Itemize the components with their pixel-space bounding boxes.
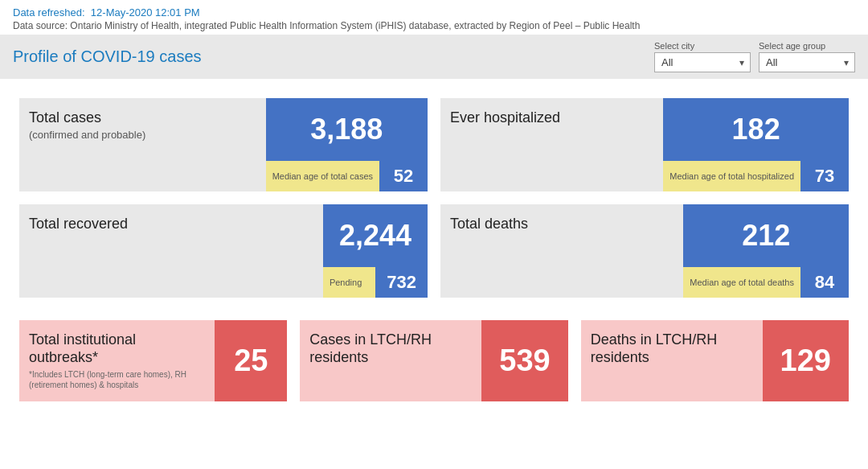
stat-label-area: Total cases (confirmed and probable): [19, 98, 266, 191]
stat-secondary-label: Median age of total cases: [266, 161, 379, 191]
stat-card-total-deaths: Total deaths 212 Median age of total dea…: [440, 204, 849, 298]
stat-secondary-value: 732: [375, 267, 428, 298]
stat-inner: Ever hospitalized 182 Median age of tota…: [440, 98, 849, 191]
stat-main-value: 2,244: [323, 204, 428, 267]
stat-secondary-row: Pending 732: [323, 267, 428, 298]
bottom-card-value: 539: [481, 320, 567, 401]
bottom-card-subtitle: *Includes LTCH (long-term care homes), R…: [29, 369, 205, 390]
stat-title: Ever hospitalized: [450, 109, 653, 127]
city-dropdown-label: Select city: [654, 41, 751, 51]
stat-secondary-row: Median age of total cases 52: [266, 161, 428, 191]
stat-secondary-value: 52: [379, 161, 428, 191]
dropdowns: Select city All Select age group All: [654, 41, 855, 72]
stat-main-value: 212: [683, 204, 849, 267]
age-dropdown-wrapper: Select age group All: [759, 41, 855, 72]
stat-label-area: Total deaths: [440, 204, 683, 298]
stats-grid: Total cases (confirmed and probable) 3,1…: [0, 79, 868, 311]
city-dropdown[interactable]: All: [654, 52, 751, 72]
city-dropdown-wrapper: Select city All: [654, 41, 751, 72]
age-dropdown-label: Select age group: [759, 41, 855, 51]
bottom-card-title: Cases in LTCH/RH residents: [309, 331, 472, 366]
bottom-card-value: 129: [763, 320, 849, 401]
stat-secondary-label: Median age of total deaths: [683, 267, 800, 298]
bottom-card-title: Total institutional outbreaks*: [29, 331, 205, 366]
stat-values: 212 Median age of total deaths 84: [683, 204, 849, 298]
age-dropdown[interactable]: All: [759, 52, 855, 72]
stat-title: Total deaths: [450, 216, 674, 233]
source-text: Data source: Ontario Ministry of Health,…: [13, 20, 855, 31]
stat-values: 182 Median age of total hospitalized 73: [663, 98, 849, 191]
stat-card-total-cases: Total cases (confirmed and probable) 3,1…: [19, 98, 428, 191]
stat-secondary-row: Median age of total deaths 84: [683, 267, 849, 298]
stat-values: 2,244 Pending 732: [323, 204, 428, 298]
bottom-card-label: Total institutional outbreaks* *Includes…: [19, 320, 215, 401]
stat-card-total-recovered: Total recovered 2,244 Pending 732: [19, 204, 428, 298]
stat-title: Total cases: [29, 109, 256, 127]
stat-secondary-label: Pending: [323, 267, 375, 298]
bottom-row: Total institutional outbreaks* *Includes…: [0, 311, 868, 414]
stat-secondary-row: Median age of total hospitalized 73: [663, 161, 849, 191]
stat-secondary-value: 73: [800, 161, 849, 191]
bottom-card-deaths-ltch: Deaths in LTCH/RH residents 129: [581, 320, 849, 401]
stat-subtitle: (confirmed and probable): [29, 129, 256, 141]
stat-title: Total recovered: [29, 216, 313, 233]
stat-card-ever-hospitalized: Ever hospitalized 182 Median age of tota…: [440, 98, 849, 191]
refresh-date: 12-May-2020 12:01 PM: [91, 6, 200, 19]
bottom-card-institutional-outbreaks: Total institutional outbreaks* *Includes…: [19, 320, 287, 401]
stat-inner: Total recovered 2,244 Pending 732: [19, 204, 428, 298]
stat-values: 3,188 Median age of total cases 52: [266, 98, 428, 191]
stat-main-value: 3,188: [266, 98, 428, 161]
bottom-card-label: Deaths in LTCH/RH residents: [581, 320, 763, 401]
stat-main-value: 182: [663, 98, 849, 161]
top-bar: Data refreshed: 12-May-2020 12:01 PM Dat…: [0, 0, 868, 35]
stat-label-area: Ever hospitalized: [440, 98, 663, 191]
profile-title: Profile of COVID-19 cases: [13, 47, 202, 66]
city-dropdown-container[interactable]: All: [654, 52, 751, 72]
bottom-card-label: Cases in LTCH/RH residents: [300, 320, 481, 401]
stat-inner: Total deaths 212 Median age of total dea…: [440, 204, 849, 298]
stat-label-area: Total recovered: [19, 204, 323, 298]
refresh-text: Data refreshed: 12-May-2020 12:01 PM: [13, 6, 855, 19]
bottom-card-cases-ltch: Cases in LTCH/RH residents 539: [300, 320, 567, 401]
age-dropdown-container[interactable]: All: [759, 52, 855, 72]
refresh-label: Data refreshed:: [13, 6, 85, 19]
stat-secondary-value: 84: [800, 267, 849, 298]
stat-secondary-label: Median age of total hospitalized: [663, 161, 800, 191]
bottom-card-title: Deaths in LTCH/RH residents: [591, 331, 753, 366]
header-row: Profile of COVID-19 cases Select city Al…: [0, 35, 868, 79]
stat-inner: Total cases (confirmed and probable) 3,1…: [19, 98, 428, 191]
bottom-card-value: 25: [215, 320, 287, 401]
